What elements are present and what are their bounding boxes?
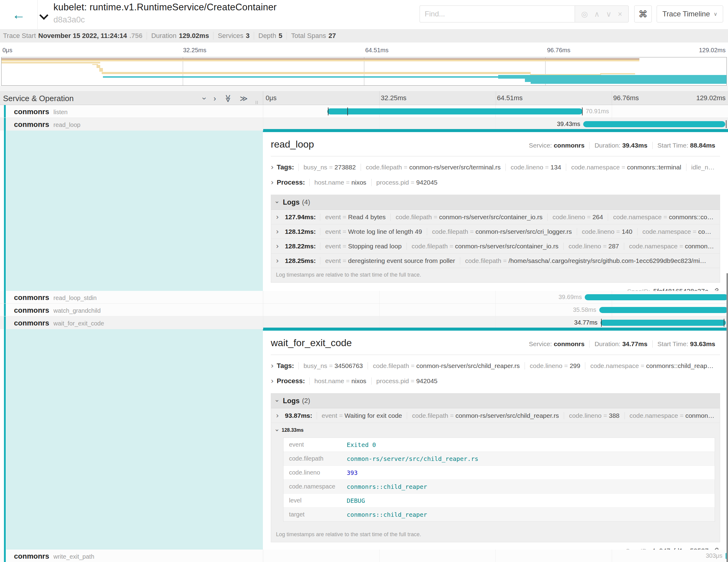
span-bar-fill [600, 320, 726, 326]
find-toolbar: ◎ ∧ ∨ × ⌘ Trace Timeline ∨ [420, 5, 723, 22]
log-kv: code.filepathconmon-rs/server/src/contai… [407, 243, 563, 250]
span-start-time: Start Time:93.63ms [652, 340, 720, 348]
focus-match-icon[interactable]: ◎ [581, 10, 588, 18]
chevron-right-icon: › [271, 163, 274, 172]
bar-tick [328, 107, 328, 115]
keyboard-shortcuts-button[interactable]: ⌘ [634, 5, 652, 22]
minimap-span [2, 62, 100, 63]
table-row: code.filepathconmon-rs/server/src/child_… [284, 452, 715, 466]
indent-guide [4, 550, 6, 562]
chevron-down-icon: › [274, 201, 281, 204]
log-kv: code.filepathconmon-rs/server/src/contai… [390, 213, 547, 221]
indent-guide [4, 105, 6, 118]
expand-one-icon[interactable]: › [213, 94, 216, 103]
span-duration-label: 39.43ms [557, 121, 580, 128]
span-bar[interactable] [263, 316, 728, 329]
axis-tick: 32.25ms [183, 47, 206, 54]
chevron-down-icon [39, 11, 49, 20]
log-row[interactable]: › 93.87ms: eventWaiting for exit code co… [271, 408, 720, 423]
span-row-wait-for-exit-code[interactable]: conmonrswait_for_exit_code 34.77ms [0, 316, 728, 329]
minimap-canvas[interactable] [1, 57, 727, 86]
span-duration-label: 35.58ms [573, 306, 596, 313]
tag-kv: code.filepathconmon-rs/server/src/child_… [368, 362, 525, 370]
span-duration-label: 34.77ms [574, 319, 597, 326]
timeline-tick: 129.02ms [696, 94, 726, 102]
span-bar-fill [327, 108, 583, 114]
span-bar[interactable] [263, 550, 728, 562]
span-bar[interactable] [263, 105, 728, 118]
operation-name: wait_for_exit_code [53, 320, 104, 327]
process-kv: host.namenixos [309, 179, 371, 186]
table-row: targetconmonrs::child_reaper [284, 508, 715, 521]
log-row[interactable]: › 128.22ms: eventStopping read loop code… [271, 239, 720, 254]
tags-row[interactable]: › Tags: busy_ns34506763 code.filepathcon… [271, 362, 720, 370]
prev-match-icon[interactable]: ∧ [594, 10, 600, 18]
collapse-one-icon[interactable]: › [203, 94, 206, 103]
timeline-gridline [612, 91, 612, 105]
service-name: conmonrsread_loop_stdin [14, 293, 97, 302]
span-rows: conmonrslisten 70.91ms conmonrsread_loop… [0, 105, 728, 562]
chevron-right-icon: › [276, 257, 279, 265]
chevron-right-icon: › [276, 213, 279, 221]
indent-guide [4, 118, 6, 131]
span-bar[interactable] [263, 118, 728, 131]
logs-note: Log timestamps are relative to the start… [271, 528, 720, 542]
tag-kv: idle_n… [686, 164, 719, 171]
span-bar-fill [583, 121, 725, 127]
timeline-tick: 64.51ms [497, 94, 522, 102]
service-name: conmonrslisten [14, 107, 68, 116]
log-kv: code.lineno287 [563, 243, 624, 250]
span-bar[interactable] [263, 291, 728, 303]
span-title: wait_for_exit_code [271, 337, 352, 349]
clear-find-icon[interactable]: × [618, 10, 622, 18]
span-row-watch-grandchild[interactable]: conmonrswatch_grandchild 35.58ms [0, 304, 728, 316]
log-row-expanded-header[interactable]: › 128.33ms [271, 423, 720, 438]
page-title: kubelet: runtime.v1.RuntimeService/Creat… [53, 2, 277, 13]
next-match-icon[interactable]: ∨ [606, 10, 611, 18]
logs-header[interactable]: › Logs (4) [271, 195, 720, 210]
log-kv: eventWaiting for exit code [317, 412, 407, 419]
span-row-write-exit-path[interactable]: conmonrswrite_exit_path 303μs [0, 550, 728, 562]
view-selector-button[interactable]: Trace Timeline ∨ [657, 5, 723, 22]
log-row[interactable]: › 128.25ms: eventderegistering event sou… [271, 254, 720, 268]
span-bar[interactable] [263, 304, 728, 316]
service-operation-title: Service & Operation [3, 94, 74, 103]
chevron-down-icon: ∨ [714, 11, 717, 17]
find-input[interactable] [420, 5, 575, 22]
service-operation-header: Service & Operation › › ≫ ≫ [0, 91, 263, 105]
expand-all-icon[interactable]: ≫ [240, 94, 248, 103]
log-row[interactable]: › 128.12ms: eventWrote log line of lengt… [271, 224, 720, 239]
span-row-read-loop-stdin[interactable]: conmonrsread_loop_stdin 39.69ms [0, 291, 728, 304]
scrollbar[interactable] [726, 273, 728, 562]
timeline-gridline [496, 91, 496, 105]
log-kv: eventWrote log line of length 49 [320, 228, 427, 235]
table-row: code.lineno393 [284, 466, 715, 480]
tags-row[interactable]: › Tags: busy_ns273882 code.filepathconmo… [271, 163, 720, 172]
log-kv: code.lineno264 [547, 213, 608, 221]
bar-tick [726, 120, 726, 128]
span-duration-label: 70.91ms [586, 108, 609, 115]
log-row[interactable]: › 127.94ms: eventRead 4 bytes code.filep… [271, 210, 720, 224]
timeline-gridline [379, 91, 380, 105]
logs-section: › Logs (2) › 93.87ms: eventWaiting for e… [271, 393, 720, 542]
process-row[interactable]: › Process: host.namenixos process.pid942… [271, 377, 720, 385]
span-bar-fill [585, 294, 728, 300]
span-row-read-loop[interactable]: conmonrsread_loop 39.43ms [0, 118, 728, 131]
command-icon: ⌘ [638, 9, 648, 19]
collapse-all-icon[interactable]: ≫ [224, 94, 232, 103]
span-row-listen[interactable]: conmonrslisten 70.91ms [0, 105, 728, 118]
chevron-right-icon: › [276, 242, 279, 250]
process-kv: process.pid942045 [371, 377, 442, 385]
trace-collapse-toggle[interactable] [41, 12, 50, 21]
trace-id: d8a3a0c [53, 15, 277, 25]
process-kv: process.pid942045 [371, 179, 442, 186]
minimap-span [498, 75, 726, 79]
divider [271, 156, 720, 156]
column-resizer[interactable] [256, 100, 259, 104]
service-name: conmonrswatch_grandchild [14, 306, 101, 315]
process-row[interactable]: › Process: host.namenixos process.pid942… [271, 178, 720, 187]
find-controls: ◎ ∧ ∨ × [575, 5, 629, 22]
operation-name: read_loop_stdin [53, 295, 97, 301]
logs-header[interactable]: › Logs (2) [271, 393, 720, 408]
back-button[interactable]: ← [0, 0, 38, 29]
